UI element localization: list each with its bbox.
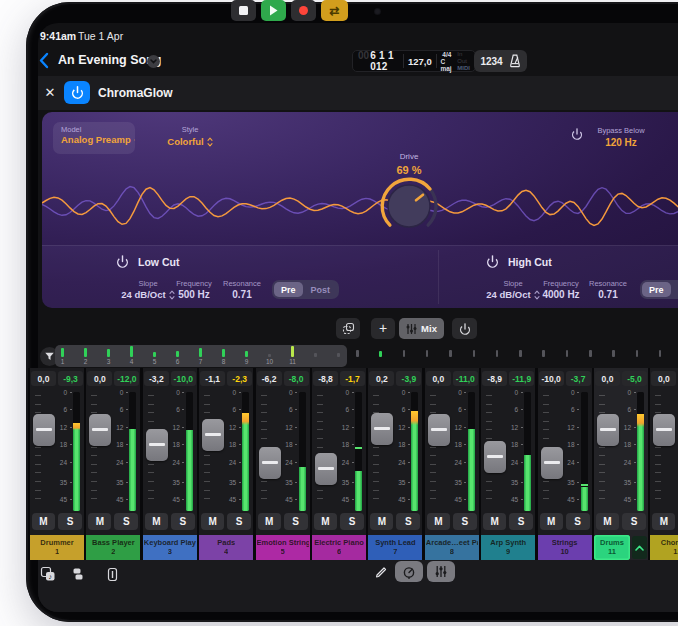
chevron-down-icon bbox=[150, 59, 157, 64]
model-selector[interactable]: Model Analog Preamp bbox=[53, 122, 135, 154]
play-icon bbox=[269, 5, 278, 16]
back-button[interactable] bbox=[38, 52, 50, 69]
mini-meter bbox=[496, 350, 499, 357]
sliders-icon bbox=[435, 565, 447, 578]
lcd-time-sig: 4/4 bbox=[442, 51, 451, 58]
mini-meter bbox=[542, 350, 545, 357]
close-icon: ✕ bbox=[45, 85, 56, 100]
mini-meter bbox=[612, 350, 615, 357]
mini-meter-label: 8 bbox=[214, 358, 233, 365]
record-button[interactable] bbox=[291, 0, 316, 21]
mini-meter-label: 1 bbox=[53, 358, 72, 365]
play-button[interactable] bbox=[261, 0, 286, 21]
mini-meter bbox=[130, 346, 133, 357]
cut-section-divider bbox=[438, 250, 439, 304]
bypass-below-control[interactable]: Bypass Below 120 Hz bbox=[587, 126, 655, 148]
duplicate-icon bbox=[342, 322, 355, 335]
plugin-name: ChromaGlow bbox=[98, 86, 173, 100]
low-cut-pre-button[interactable]: Pre bbox=[274, 282, 303, 297]
metronome-icon[interactable] bbox=[509, 54, 521, 68]
add-track-button[interactable]: + bbox=[371, 318, 395, 339]
cycle-button[interactable]: ⇄ bbox=[321, 0, 348, 21]
bypass-value: 120 Hz bbox=[587, 137, 655, 148]
high-cut-title: High Cut bbox=[508, 256, 552, 268]
lcd-position-pad: 00 bbox=[358, 50, 369, 61]
bypass-label: Bypass Below bbox=[587, 126, 655, 135]
level-control[interactable]: Level 0.0 bbox=[664, 126, 678, 148]
mix-view-button[interactable]: Mix bbox=[399, 318, 444, 339]
style-selector[interactable]: Style Colorful bbox=[154, 125, 226, 147]
high-cut-power-icon[interactable] bbox=[486, 255, 499, 268]
overview-meters-outside bbox=[350, 345, 678, 367]
drive-label: Drive bbox=[369, 152, 449, 161]
style-label: Style bbox=[154, 125, 226, 134]
lcd-io: In Out bbox=[457, 51, 470, 65]
stop-icon bbox=[239, 6, 248, 15]
mini-meter bbox=[636, 350, 639, 357]
low-cut-resonance-value[interactable]: 0.71 bbox=[214, 289, 270, 300]
controls-view-button[interactable] bbox=[395, 561, 423, 582]
mini-meter-label: 7 bbox=[191, 358, 210, 365]
mini-meter bbox=[222, 349, 225, 357]
mini-meter bbox=[291, 346, 294, 357]
lcd-display[interactable]: 00 6 1 1 012 127,0 4/4 C maj In Out MIDI bbox=[352, 50, 476, 72]
stepper-icon bbox=[134, 135, 135, 145]
mini-meter-label: 3 bbox=[99, 358, 118, 365]
mini-meter bbox=[84, 348, 87, 357]
count-in-pill: 1234 bbox=[474, 50, 527, 72]
mini-meter-label: 6 bbox=[168, 358, 187, 365]
mini-meter-label: 4 bbox=[122, 358, 141, 365]
mix-label: Mix bbox=[421, 323, 437, 334]
model-label: Model bbox=[61, 125, 135, 134]
strip-power-button[interactable] bbox=[452, 318, 477, 339]
count-in-button[interactable]: 1234 bbox=[480, 56, 502, 67]
mixer-bg bbox=[28, 368, 678, 560]
stepper-icon bbox=[207, 137, 213, 147]
edit-button[interactable] bbox=[372, 562, 390, 580]
mini-meter bbox=[356, 350, 359, 357]
mixer-view-button[interactable] bbox=[427, 561, 455, 582]
routing-button[interactable] bbox=[68, 564, 88, 584]
fader-tool-button[interactable] bbox=[102, 564, 122, 584]
high-cut-pre-button[interactable]: Pre bbox=[642, 282, 671, 297]
bypass-power-icon[interactable] bbox=[571, 128, 583, 140]
svg-text:♪: ♪ bbox=[48, 573, 52, 580]
high-cut-pre-post: Pre Post bbox=[640, 280, 678, 299]
lcd-position: 6 1 1 012 bbox=[370, 50, 399, 72]
mini-meter bbox=[199, 348, 202, 357]
mini-meter-label: 11 bbox=[283, 358, 302, 365]
status-time: 9:41am bbox=[40, 30, 76, 42]
high-cut-resonance-value[interactable]: 0.71 bbox=[580, 289, 636, 300]
low-cut-post-button[interactable]: Post bbox=[304, 282, 338, 297]
song-menu-button[interactable] bbox=[147, 55, 160, 68]
mini-meter bbox=[589, 350, 592, 357]
back-chevron-icon bbox=[38, 52, 50, 69]
high-cut-slope-value: 24 dB/Oct bbox=[486, 289, 530, 300]
mini-meter bbox=[153, 352, 156, 357]
lcd-divider bbox=[436, 54, 437, 68]
model-value: Analog Preamp bbox=[61, 134, 131, 145]
high-cut-post-button[interactable]: Post bbox=[672, 282, 678, 297]
mini-meter bbox=[245, 351, 248, 357]
drive-knob[interactable] bbox=[377, 174, 441, 238]
mini-meter bbox=[337, 353, 340, 357]
song-title[interactable]: An Evening Song bbox=[58, 53, 161, 67]
low-cut-pre-post: Pre Post bbox=[272, 280, 339, 299]
stop-button[interactable] bbox=[231, 0, 256, 21]
low-cut-power-icon[interactable] bbox=[116, 255, 129, 268]
mini-meter bbox=[176, 351, 179, 357]
overview-meters: 1234567891011 bbox=[55, 345, 347, 367]
mini-meter bbox=[659, 350, 662, 357]
loop-browser-button[interactable]: ♪ bbox=[38, 564, 58, 584]
low-cut-title: Low Cut bbox=[138, 256, 179, 268]
lcd-midi: MIDI bbox=[457, 65, 470, 72]
mini-meter-label: 2 bbox=[76, 358, 95, 365]
routing-icon bbox=[71, 567, 85, 581]
power-icon bbox=[459, 323, 471, 335]
waveform-display bbox=[42, 160, 678, 252]
plugin-power-button[interactable] bbox=[64, 81, 90, 104]
record-icon bbox=[299, 6, 308, 15]
mini-meter bbox=[314, 353, 317, 357]
close-plugin-button[interactable]: ✕ bbox=[40, 82, 60, 102]
duplicate-button[interactable] bbox=[336, 318, 360, 339]
